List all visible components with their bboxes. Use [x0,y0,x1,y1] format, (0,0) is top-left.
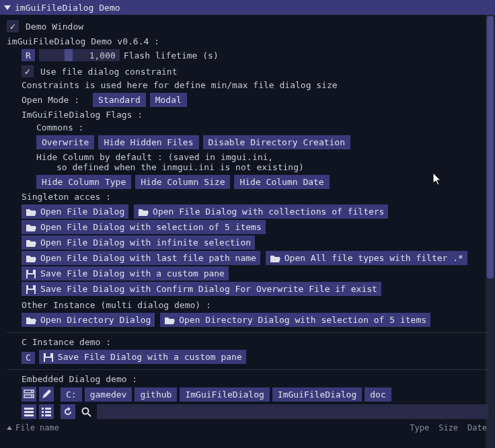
flash-label: Flash lifetime (s) [124,50,219,61]
file-table-header: File name Type Size Date [7,422,488,434]
edit-path-button[interactable] [39,387,54,402]
open-mode-modal[interactable]: Modal [150,93,187,107]
c-button[interactable]: C [22,352,35,364]
flash-lifetime-input[interactable]: 1,000 [39,49,120,61]
btn-save-confirm-overwrite[interactable]: Save File Dialog with Confirm Dialog For… [22,282,381,296]
btn-open-all-types[interactable]: Open All file types with filter .* [266,251,467,265]
flags-label: ImGuiFileDialog Flags : [22,110,143,120]
folder-open-icon [26,223,36,232]
flag-disable-dir-create[interactable]: Disable Directory Creation [203,135,351,149]
breadcrumb-doc[interactable]: doc [365,387,391,402]
flag-overwrite[interactable]: Overwrite [36,135,94,149]
btn-open-file-dialog[interactable]: Open File Dialog [22,204,128,219]
folder-open-icon [270,254,280,263]
embedded-label: Embedded Dialog demo : [22,374,137,384]
flag-hide-hidden[interactable]: Hide Hidden Files [98,135,198,149]
sort-asc-icon [7,426,12,430]
btn-open-file-filters[interactable]: Open File Dialog with collections of fil… [134,204,388,219]
separator [7,369,488,370]
btn-open-file-infinite[interactable]: Open File Dialog with infinite selection [22,235,255,250]
search-input[interactable] [97,404,488,419]
collapse-icon [4,5,11,10]
slider-thumb[interactable] [65,49,73,61]
btn-save-custom-pane[interactable]: Save File Dialog with a custom pane [22,266,229,281]
commons-label: Commons : [36,122,83,133]
breadcrumb-gamedev[interactable]: gamedev [85,387,132,402]
demo-window: imGuiFileDialog Demo Demo Window imGuiFi… [0,0,495,448]
hidecol-desc2: so defined when the inmgui.ini is not ex… [56,162,304,172]
btn-open-dir-sel5[interactable]: Open Directory Dialog with selection of … [160,313,430,327]
drives-button[interactable] [22,387,36,402]
view-detail-button[interactable] [39,404,54,419]
folder-open-icon [138,207,149,217]
col-filename[interactable]: File name [15,423,59,433]
other-instance-label: Other Instance (multi dialog demo) : [22,300,211,310]
breadcrumb-c[interactable]: C: [61,387,82,402]
hidecol-desc1: Hide Column by default : (saved in imgui… [36,152,273,162]
breadcrumb-github[interactable]: github [135,387,177,402]
breadcrumb-imguifd1[interactable]: ImGuiFileDialog [180,387,269,402]
singleton-label: Singleton acces : [22,192,111,202]
window-title: imGuiFileDialog Demo [15,3,120,13]
search-icon [81,407,91,416]
use-constraint-label: Use file dialog constraint [40,67,178,77]
version-label: imGuiFileDialog Demo v0.6.4 : [7,36,159,46]
save-icon [26,269,36,278]
folder-open-icon [164,315,175,325]
breadcrumb-imguifd2[interactable]: ImGuiFileDialog [272,387,362,402]
col-size[interactable]: Size [437,423,459,433]
btn-open-dir-dialog[interactable]: Open Directory Dialog [22,313,155,327]
flag-hide-col-date[interactable]: Hide Column Date [234,175,329,189]
col-type[interactable]: Type [408,423,430,433]
save-icon [43,352,54,362]
flag-hide-col-type[interactable]: Hide Column Type [36,175,131,189]
btn-c-save-custom-pane[interactable]: Save File Dialog with a custom pane [39,350,246,364]
refresh-button[interactable] [61,404,75,419]
demo-window-checkbox[interactable] [7,20,19,32]
use-constraint-checkbox[interactable] [22,65,34,77]
save-icon [26,285,36,294]
btn-open-file-sel5[interactable]: Open File Dialog with selection of 5 ite… [22,220,266,234]
folder-open-icon [26,238,36,248]
separator [7,332,488,333]
constraint-desc: Constraints is used here for define min/… [22,80,338,90]
reset-flash-button[interactable]: R [22,49,35,61]
folder-open-icon [26,315,36,325]
open-mode-label: Open Mode : [22,95,79,105]
btn-open-file-lastpath[interactable]: Open File Dialog with last file path nam… [22,251,260,265]
folder-open-icon [26,207,36,217]
view-list-button[interactable] [22,404,36,419]
c-instance-label: C Instance demo : [22,337,111,347]
open-mode-standard[interactable]: Standard [93,93,146,107]
flash-value: 1,000 [89,50,116,61]
demo-window-label: Demo Window [26,22,83,32]
folder-open-icon [26,254,36,263]
titlebar[interactable]: imGuiFileDialog Demo [0,0,495,15]
col-date[interactable]: Date [466,423,488,433]
flag-hide-col-size[interactable]: Hide Column Size [135,175,230,189]
